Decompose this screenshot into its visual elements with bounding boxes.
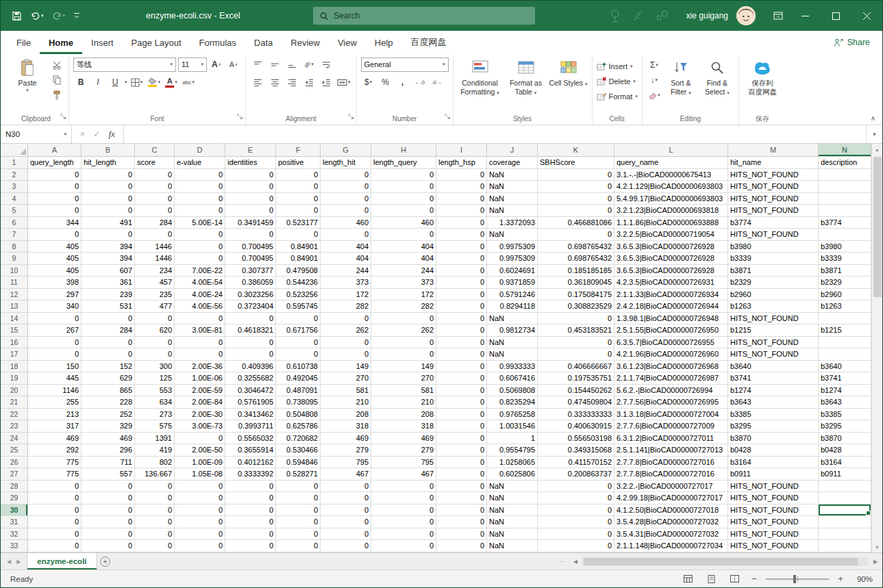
cell[interactable]: b3385 bbox=[819, 409, 871, 421]
cell[interactable]: 0 bbox=[175, 241, 225, 253]
cell[interactable]: 3.2.2.5|BioCAD00000719054 bbox=[614, 229, 728, 241]
cell[interactable]: 0 bbox=[321, 348, 371, 361]
cell[interactable]: 234 bbox=[135, 265, 175, 277]
cell[interactable]: 0.492045 bbox=[276, 372, 321, 385]
cell[interactable]: 0 bbox=[371, 337, 436, 349]
cell[interactable]: 0 bbox=[135, 337, 175, 349]
cell[interactable]: 0 bbox=[436, 457, 487, 469]
cell[interactable]: 0 bbox=[175, 528, 225, 541]
cell[interactable]: 4.1.2.50|BioCAD00000727018 bbox=[614, 504, 728, 517]
cell[interactable]: 4.2.99.18|BioCAD00000727017 bbox=[614, 492, 728, 504]
ribbon-display-options-button[interactable] bbox=[767, 1, 790, 31]
font-name-select[interactable]: 等线▾ bbox=[73, 57, 176, 72]
cell[interactable]: 0 bbox=[371, 492, 436, 504]
cell[interactable]: b3774 bbox=[819, 217, 871, 229]
row-header-5[interactable]: 5 bbox=[1, 205, 28, 217]
cell[interactable]: b3164 bbox=[819, 457, 871, 469]
row-header-20[interactable]: 20 bbox=[1, 385, 28, 397]
cell[interactable]: 0.3046472 bbox=[225, 385, 276, 397]
cell[interactable]: b2329 bbox=[819, 277, 871, 289]
cell[interactable]: 0 bbox=[28, 492, 82, 504]
cell[interactable]: b1215 bbox=[819, 324, 871, 337]
row-header-3[interactable]: 3 bbox=[1, 181, 28, 193]
cell[interactable]: 235 bbox=[135, 289, 175, 301]
cell[interactable]: 0 bbox=[82, 348, 135, 361]
cell[interactable]: 2.5.1.141|BioCAD00000727013 bbox=[614, 444, 728, 457]
cell[interactable]: score bbox=[135, 157, 175, 169]
cell[interactable]: 0.479508 bbox=[276, 265, 321, 277]
row-header-19[interactable]: 19 bbox=[1, 372, 28, 385]
cell[interactable]: 1.00E-06 bbox=[175, 372, 225, 385]
cell[interactable]: 0 bbox=[276, 169, 321, 181]
cell[interactable]: 0.594846 bbox=[276, 457, 321, 469]
cell[interactable]: 0.5761905 bbox=[225, 396, 276, 409]
row-header-11[interactable]: 11 bbox=[1, 277, 28, 289]
cell[interactable]: b3295 bbox=[728, 420, 819, 433]
alignment-dialog-launcher[interactable] bbox=[347, 110, 354, 123]
cell[interactable]: 3.5.4.28|BioCAD00000727032 bbox=[614, 516, 728, 528]
cell[interactable]: 3.00E-81 bbox=[175, 324, 225, 337]
cell[interactable]: b3640 bbox=[728, 361, 819, 373]
cell[interactable]: 0 bbox=[135, 540, 175, 552]
cell[interactable]: 0.474509804 bbox=[538, 396, 614, 409]
cell[interactable]: 404 bbox=[321, 253, 371, 265]
cell[interactable]: 0 bbox=[436, 241, 487, 253]
align-top-button[interactable] bbox=[250, 57, 265, 71]
cell[interactable]: hit_length bbox=[82, 157, 135, 169]
cell[interactable]: query_name bbox=[614, 157, 728, 169]
cell[interactable]: b3640 bbox=[819, 361, 871, 373]
cell[interactable]: 0.544236 bbox=[276, 277, 321, 289]
cell[interactable]: 0 bbox=[82, 181, 135, 193]
font-color-button[interactable]: A ▾ bbox=[164, 75, 179, 89]
number-dialog-launcher[interactable] bbox=[444, 110, 451, 123]
cell[interactable]: 0.386059 bbox=[225, 277, 276, 289]
cell[interactable]: b3643 bbox=[728, 396, 819, 409]
cell[interactable]: 0 bbox=[135, 193, 175, 205]
sheet-nav-right-icon[interactable]: ▶ bbox=[16, 559, 21, 565]
tab-review[interactable]: Review bbox=[282, 31, 329, 54]
cell[interactable]: 1 bbox=[487, 433, 538, 445]
cell[interactable]: 0 bbox=[436, 181, 487, 193]
cell[interactable]: 607 bbox=[82, 265, 135, 277]
row-header-13[interactable]: 13 bbox=[1, 301, 28, 313]
cell[interactable]: 0 bbox=[436, 468, 487, 481]
cell[interactable]: 0.6067416 bbox=[487, 372, 538, 385]
cell[interactable]: 0.308823529 bbox=[538, 301, 614, 313]
cell[interactable]: 0.4012162 bbox=[225, 457, 276, 469]
cell[interactable]: b3385 bbox=[728, 409, 819, 421]
cell[interactable]: 0.671756 bbox=[276, 324, 321, 337]
cell[interactable]: 4.2.1.96|BioCAD00000726960 bbox=[614, 348, 728, 361]
cell[interactable]: 0 bbox=[175, 337, 225, 349]
cell[interactable]: 0.154450262 bbox=[538, 385, 614, 397]
cell[interactable]: HITS_NOT_FOUND bbox=[728, 313, 819, 325]
tab-page-layout[interactable]: Page Layout bbox=[123, 31, 190, 54]
cell[interactable]: 0 bbox=[436, 372, 487, 385]
scroll-up-button[interactable]: ▲ bbox=[872, 144, 882, 155]
cell[interactable]: 0 bbox=[82, 193, 135, 205]
scroll-right-button[interactable]: ▶ bbox=[870, 556, 881, 567]
cell[interactable]: 0.361809045 bbox=[538, 277, 614, 289]
cell[interactable]: 0.504808 bbox=[276, 409, 321, 421]
underline-button[interactable]: U bbox=[108, 75, 123, 89]
row-header-6[interactable]: 6 bbox=[1, 217, 28, 229]
cell[interactable]: 273 bbox=[135, 409, 175, 421]
cell[interactable]: 0 bbox=[276, 348, 321, 361]
cell[interactable]: 3.1.3.18|BioCAD00000727004 bbox=[614, 409, 728, 421]
cell[interactable]: 0 bbox=[436, 504, 487, 517]
cell[interactable]: 0 bbox=[436, 528, 487, 541]
cell[interactable]: 0 bbox=[436, 205, 487, 217]
cell[interactable]: 0.411570152 bbox=[538, 457, 614, 469]
minimize-button[interactable] bbox=[790, 1, 821, 31]
zoom-out-button[interactable]: − bbox=[749, 574, 759, 584]
cell[interactable]: 405 bbox=[28, 241, 82, 253]
cell[interactable]: b3980 bbox=[728, 241, 819, 253]
cell[interactable]: 0 bbox=[82, 540, 135, 552]
cell[interactable]: 0 bbox=[436, 301, 487, 313]
cell[interactable]: b3295 bbox=[819, 420, 871, 433]
redo-button[interactable]: ▾ bbox=[49, 9, 69, 23]
increase-indent-button[interactable] bbox=[319, 75, 334, 89]
name-box[interactable]: N30 ▾ bbox=[1, 125, 72, 143]
cell[interactable]: 0.9765258 bbox=[487, 409, 538, 421]
cell[interactable]: 125 bbox=[135, 372, 175, 385]
cell[interactable]: 292 bbox=[28, 444, 82, 457]
